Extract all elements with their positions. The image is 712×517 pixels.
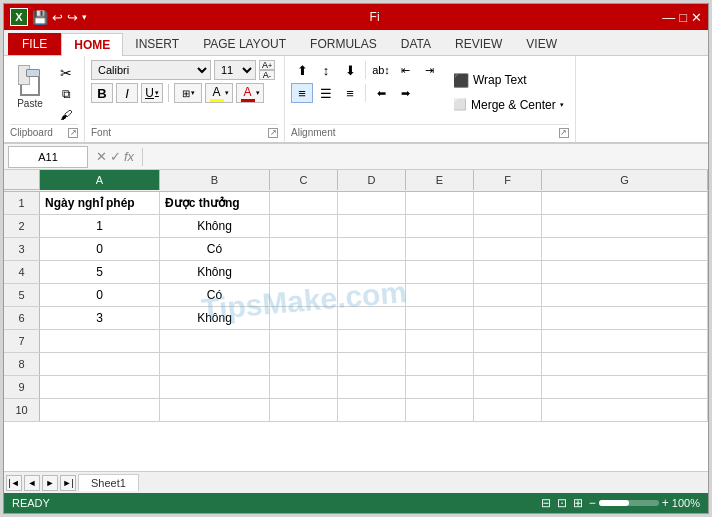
- cell-4-4[interactable]: [338, 261, 406, 283]
- layout-normal-icon[interactable]: ⊟: [541, 496, 551, 510]
- cell-10-6[interactable]: [474, 399, 542, 421]
- row-number[interactable]: 4: [4, 261, 40, 283]
- redo-icon[interactable]: ↪: [67, 10, 78, 25]
- cell-1-1[interactable]: Ngày nghỉ phép: [40, 192, 160, 214]
- cell-2-5[interactable]: [406, 215, 474, 237]
- cell-8-5[interactable]: [406, 353, 474, 375]
- sheet-tab-sheet1[interactable]: Sheet1: [78, 474, 139, 491]
- cell-7-4[interactable]: [338, 330, 406, 352]
- font-color-dropdown[interactable]: ▾: [256, 89, 260, 97]
- cell-6-1[interactable]: 3: [40, 307, 160, 329]
- cell-2-3[interactable]: [270, 215, 338, 237]
- cell-10-2[interactable]: [160, 399, 270, 421]
- save-icon[interactable]: 💾: [32, 10, 48, 25]
- tab-view[interactable]: VIEW: [514, 33, 569, 55]
- col-header-F[interactable]: F: [474, 170, 542, 190]
- format-painter-button[interactable]: 🖌: [54, 106, 78, 124]
- cell-5-4[interactable]: [338, 284, 406, 306]
- zoom-slider[interactable]: [599, 500, 659, 506]
- formula-confirm-icon[interactable]: ✓: [110, 149, 121, 164]
- sheet-nav-next[interactable]: ►: [42, 475, 58, 491]
- row-number[interactable]: 3: [4, 238, 40, 260]
- col-header-D[interactable]: D: [338, 170, 406, 190]
- name-box[interactable]: [8, 146, 88, 168]
- italic-button[interactable]: I: [116, 83, 138, 103]
- cell-4-6[interactable]: [474, 261, 542, 283]
- align-bottom-button[interactable]: ⬇: [339, 60, 361, 80]
- font-size-select[interactable]: 11: [214, 60, 256, 80]
- cell-1-4[interactable]: [338, 192, 406, 214]
- cell-9-2[interactable]: [160, 376, 270, 398]
- layout-page-icon[interactable]: ⊡: [557, 496, 567, 510]
- cell-1-2[interactable]: Được thưởng: [160, 192, 270, 214]
- cell-1-5[interactable]: [406, 192, 474, 214]
- align-middle-button[interactable]: ↕: [315, 60, 337, 80]
- cell-9-6[interactable]: [474, 376, 542, 398]
- tab-data[interactable]: DATA: [389, 33, 443, 55]
- cell-8-2[interactable]: [160, 353, 270, 375]
- merge-center-button[interactable]: ⬜ Merge & Center ▾: [448, 95, 569, 115]
- align-center-button[interactable]: ☰: [315, 83, 337, 103]
- underline-dropdown[interactable]: ▾: [155, 89, 159, 97]
- underline-button[interactable]: U ▾: [141, 83, 163, 103]
- row-number[interactable]: 5: [4, 284, 40, 306]
- sheet-nav-first[interactable]: |◄: [6, 475, 22, 491]
- cell-4-3[interactable]: [270, 261, 338, 283]
- cell-5-7[interactable]: [542, 284, 708, 306]
- cell-5-2[interactable]: Có: [160, 284, 270, 306]
- tab-formulas[interactable]: FORMULAS: [298, 33, 389, 55]
- row-number[interactable]: 7: [4, 330, 40, 352]
- close-btn[interactable]: ✕: [691, 10, 702, 25]
- tab-pagelayout[interactable]: PAGE LAYOUT: [191, 33, 298, 55]
- row-number[interactable]: 10: [4, 399, 40, 421]
- cell-3-1[interactable]: 0: [40, 238, 160, 260]
- cell-6-7[interactable]: [542, 307, 708, 329]
- cell-4-2[interactable]: Không: [160, 261, 270, 283]
- cell-10-3[interactable]: [270, 399, 338, 421]
- clipboard-expand[interactable]: ↗: [68, 128, 78, 138]
- cell-2-7[interactable]: [542, 215, 708, 237]
- align-right-button[interactable]: ≡: [339, 83, 361, 103]
- cell-3-2[interactable]: Có: [160, 238, 270, 260]
- col-header-A[interactable]: A: [40, 170, 160, 190]
- cell-3-5[interactable]: [406, 238, 474, 260]
- cell-5-5[interactable]: [406, 284, 474, 306]
- formula-fx-icon[interactable]: fx: [124, 149, 134, 164]
- sheet-nav-last[interactable]: ►|: [60, 475, 76, 491]
- cell-1-7[interactable]: [542, 192, 708, 214]
- cell-6-6[interactable]: [474, 307, 542, 329]
- cell-3-7[interactable]: [542, 238, 708, 260]
- cell-4-5[interactable]: [406, 261, 474, 283]
- cell-1-6[interactable]: [474, 192, 542, 214]
- cell-5-3[interactable]: [270, 284, 338, 306]
- zoom-in-btn[interactable]: +: [662, 496, 669, 510]
- cell-9-4[interactable]: [338, 376, 406, 398]
- cell-7-1[interactable]: [40, 330, 160, 352]
- tab-review[interactable]: REVIEW: [443, 33, 514, 55]
- font-color-button[interactable]: A ▾: [236, 83, 264, 103]
- cell-6-3[interactable]: [270, 307, 338, 329]
- cell-5-1[interactable]: 0: [40, 284, 160, 306]
- paste-button[interactable]: Paste: [10, 60, 50, 112]
- cell-7-3[interactable]: [270, 330, 338, 352]
- font-family-select[interactable]: Calibri: [91, 60, 211, 80]
- tab-home[interactable]: HOME: [61, 33, 123, 56]
- border-button[interactable]: ⊞ ▾: [174, 83, 202, 103]
- cell-9-3[interactable]: [270, 376, 338, 398]
- window-controls[interactable]: — □ ✕: [662, 10, 702, 25]
- cell-6-5[interactable]: [406, 307, 474, 329]
- row-number[interactable]: 6: [4, 307, 40, 329]
- alignment-expand[interactable]: ↗: [559, 128, 569, 138]
- cell-4-7[interactable]: [542, 261, 708, 283]
- cell-10-5[interactable]: [406, 399, 474, 421]
- col-header-G[interactable]: G: [542, 170, 708, 190]
- cell-10-4[interactable]: [338, 399, 406, 421]
- row-number[interactable]: 2: [4, 215, 40, 237]
- formula-input[interactable]: [147, 147, 704, 167]
- cell-10-1[interactable]: [40, 399, 160, 421]
- row-number[interactable]: 1: [4, 192, 40, 214]
- copy-button[interactable]: ⧉: [54, 85, 78, 103]
- row-number[interactable]: 9: [4, 376, 40, 398]
- undo-icon[interactable]: ↩: [52, 10, 63, 25]
- merge-dropdown[interactable]: ▾: [560, 101, 564, 109]
